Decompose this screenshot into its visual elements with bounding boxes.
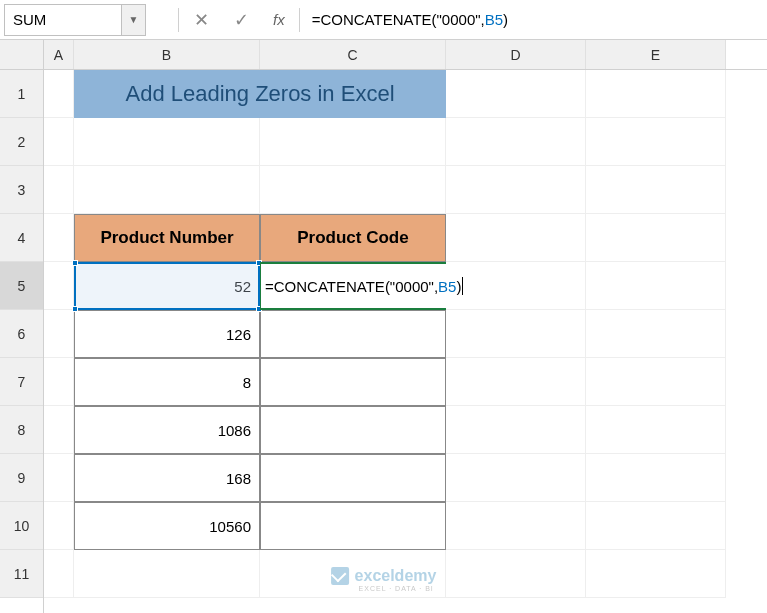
cell[interactable] bbox=[446, 70, 586, 118]
cell[interactable] bbox=[44, 502, 74, 550]
cell[interactable] bbox=[586, 166, 726, 214]
cell[interactable] bbox=[74, 166, 260, 214]
cell[interactable] bbox=[586, 406, 726, 454]
table-cell[interactable]: 8 bbox=[74, 358, 260, 406]
cell[interactable] bbox=[586, 454, 726, 502]
row-header[interactable]: 7 bbox=[0, 358, 43, 406]
watermark-sub: EXCEL · DATA · BI bbox=[359, 585, 434, 592]
row-header[interactable]: 1 bbox=[0, 70, 43, 118]
cell[interactable] bbox=[586, 214, 726, 262]
cell[interactable] bbox=[260, 118, 446, 166]
col-header[interactable]: C bbox=[260, 40, 446, 69]
cell[interactable] bbox=[446, 166, 586, 214]
table-cell[interactable]: 168 bbox=[74, 454, 260, 502]
cell[interactable] bbox=[446, 310, 586, 358]
cell[interactable] bbox=[44, 262, 74, 310]
formula-editing-overlay[interactable]: =CONCATENATE("0000",B5) bbox=[261, 264, 467, 308]
cell[interactable] bbox=[74, 550, 260, 598]
cell[interactable] bbox=[44, 118, 74, 166]
col-header[interactable]: A bbox=[44, 40, 74, 69]
cell[interactable] bbox=[446, 550, 586, 598]
cell[interactable] bbox=[446, 214, 586, 262]
cell[interactable] bbox=[586, 550, 726, 598]
row-header[interactable]: 9 bbox=[0, 454, 43, 502]
table-header[interactable]: Product Code bbox=[260, 214, 446, 262]
cell[interactable] bbox=[44, 214, 74, 262]
cell[interactable] bbox=[586, 358, 726, 406]
cell[interactable] bbox=[446, 118, 586, 166]
cell[interactable] bbox=[44, 406, 74, 454]
cell[interactable] bbox=[586, 262, 726, 310]
watermark: exceldemy EXCEL · DATA · BI bbox=[331, 567, 437, 585]
cell[interactable] bbox=[44, 70, 74, 118]
name-box[interactable]: SUM bbox=[4, 4, 122, 36]
cell[interactable] bbox=[586, 118, 726, 166]
watermark-brand: exceldemy bbox=[355, 567, 437, 585]
table-cell[interactable] bbox=[260, 502, 446, 550]
title-cell[interactable]: Add Leading Zeros in Excel bbox=[74, 70, 446, 118]
row-header[interactable]: 6 bbox=[0, 310, 43, 358]
name-box-dropdown-icon[interactable]: ▼ bbox=[122, 4, 146, 36]
row-header[interactable]: 10 bbox=[0, 502, 43, 550]
cell[interactable] bbox=[586, 310, 726, 358]
row-header[interactable]: 3 bbox=[0, 166, 43, 214]
table-cell[interactable]: 10560 bbox=[74, 502, 260, 550]
active-cell[interactable]: =CONCATENATE("0000",B5) bbox=[260, 262, 446, 310]
cell[interactable] bbox=[446, 358, 586, 406]
table-cell[interactable] bbox=[260, 454, 446, 502]
select-all-corner[interactable] bbox=[0, 40, 43, 70]
row-header[interactable]: 5 bbox=[0, 262, 43, 310]
row-header[interactable]: 4 bbox=[0, 214, 43, 262]
cell[interactable] bbox=[44, 166, 74, 214]
cell[interactable] bbox=[586, 502, 726, 550]
cell[interactable] bbox=[44, 310, 74, 358]
table-cell[interactable] bbox=[260, 310, 446, 358]
cell[interactable] bbox=[586, 70, 726, 118]
accept-formula-icon[interactable]: ✓ bbox=[221, 4, 261, 36]
cancel-formula-icon[interactable]: ✕ bbox=[181, 4, 221, 36]
col-header[interactable]: D bbox=[446, 40, 586, 69]
cell[interactable] bbox=[446, 502, 586, 550]
spreadsheet-grid: 1 2 3 4 5 6 7 8 9 10 11 A B C D E Add Le… bbox=[0, 40, 767, 613]
cell[interactable] bbox=[44, 358, 74, 406]
col-header[interactable]: B bbox=[74, 40, 260, 69]
cell[interactable] bbox=[74, 118, 260, 166]
formula-bar: SUM ▼ ✕ ✓ fx =CONCATENATE("0000",B5) bbox=[0, 0, 767, 40]
watermark-icon bbox=[331, 567, 349, 585]
row-header[interactable]: 2 bbox=[0, 118, 43, 166]
cell[interactable] bbox=[260, 166, 446, 214]
cell[interactable] bbox=[446, 454, 586, 502]
fx-icon[interactable]: fx bbox=[261, 11, 297, 28]
cell[interactable] bbox=[44, 454, 74, 502]
cell[interactable] bbox=[446, 406, 586, 454]
table-cell[interactable]: 1086 bbox=[74, 406, 260, 454]
table-cell[interactable] bbox=[260, 358, 446, 406]
table-header[interactable]: Product Number bbox=[74, 214, 260, 262]
table-cell[interactable] bbox=[260, 406, 446, 454]
row-header[interactable]: 8 bbox=[0, 406, 43, 454]
table-cell[interactable]: 52 bbox=[74, 262, 260, 310]
col-header[interactable]: E bbox=[586, 40, 726, 69]
formula-input[interactable]: =CONCATENATE("0000",B5) bbox=[302, 4, 767, 36]
table-cell[interactable]: 126 bbox=[74, 310, 260, 358]
row-header[interactable]: 11 bbox=[0, 550, 43, 598]
cell[interactable] bbox=[44, 550, 74, 598]
